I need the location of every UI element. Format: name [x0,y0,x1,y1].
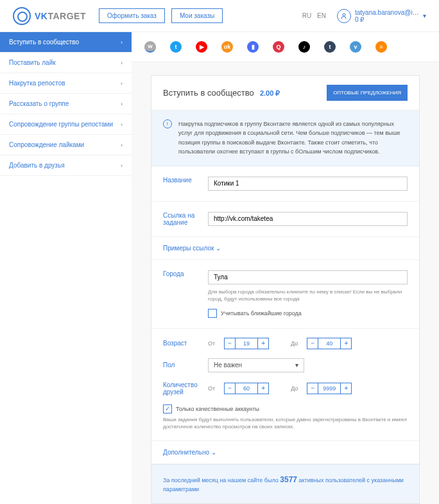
vimeo-icon[interactable]: v [350,41,361,53]
minus-button[interactable]: − [307,338,318,349]
social-tabs: w t ▶ ok ▮ Q ♪ t v ≡ [132,32,439,62]
city-hint: Для выбора города обязательно кликните п… [208,288,408,302]
mobile-icon[interactable]: ▮ [247,41,259,53]
gender-value: Не важен [214,361,242,369]
order-form-card: Вступить в сообщество 2.00 ₽ ОПТОВЫЕ ПРЕ… [151,75,420,504]
soundcloud-icon[interactable]: ≡ [375,41,387,53]
friends-label: Количество друзей [163,381,199,395]
sidebar-item-tell-about[interactable]: Рассказать о группе› [0,94,132,114]
chevron-right-icon: › [121,162,123,169]
logo-text-2: TARGET [47,11,86,21]
logo[interactable]: VKTARGET [13,7,86,25]
quora-icon[interactable]: Q [273,41,284,53]
sidebar-item-group-likes[interactable]: Сопровождение лайками› [0,135,132,155]
info-icon: i [163,119,172,128]
sidebar: Вступить в сообщество› Поставить лайк› Н… [0,32,132,504]
sidebar-item-label: Сопровождение группы репостами [9,121,113,128]
from-label: От [208,340,215,347]
tumblr-icon[interactable]: t [324,41,336,53]
sidebar-item-label: Поставить лайк [9,59,56,66]
chevron-down-icon: ⌄ [216,245,221,252]
chevron-right-icon: › [121,60,123,66]
quality-hint: Ваши задания будут выполнять пользовател… [163,416,408,430]
city-input[interactable] [208,270,408,284]
plus-button[interactable]: + [340,338,352,349]
header: VKTARGET Оформить заказ Мои заказы RU EN… [0,0,439,32]
info-text: Накрутка подписчиков в группу Вконтакте … [178,119,408,157]
sidebar-item-label: Накрутка репостов [9,80,65,87]
sidebar-item-label: Вступить в сообщество [9,39,79,46]
stats-footer: За последний месяц на нашем сайте было 3… [151,464,419,503]
additional-toggle[interactable]: Дополнительно ⌄ [151,441,419,464]
examples-toggle[interactable]: Примеры ссылок ⌄ [151,237,419,260]
chevron-down-icon: ▾ [295,361,298,369]
chevron-right-icon: › [121,142,123,148]
chevron-down-icon: ⌄ [211,449,216,456]
chevron-right-icon: › [121,39,123,46]
avatar-icon [337,9,351,23]
age-to-input[interactable] [318,338,340,349]
age-from-stepper: − + [224,338,269,349]
plus-button[interactable]: + [340,383,352,394]
gender-label: Пол [163,361,199,369]
link-label: Ссылка на задание [163,212,199,226]
chevron-right-icon: › [121,80,123,87]
age-label: Возраст [163,340,199,347]
from-label: От [208,385,215,392]
quality-checkbox[interactable]: ✓ [163,404,172,413]
user-menu[interactable]: tatyana.baranova@ing... 0 ₽ ▾ [337,9,426,23]
vk-icon[interactable]: w [144,41,156,53]
name-input[interactable] [208,177,408,191]
stats-text-1: За последний месяц на нашем сайте было [163,477,280,483]
friends-from-stepper: − + [224,383,269,394]
user-name: tatyana.baranova@ing... [355,9,419,16]
tiktok-icon[interactable]: ♪ [298,41,310,53]
user-balance: 0 ₽ [355,16,419,23]
lang-en[interactable]: EN [317,12,326,19]
wholesale-button[interactable]: ОПТОВЫЕ ПРЕДЛОЖЕНИЯ [327,85,408,101]
examples-label: Примеры ссылок [163,245,214,252]
sidebar-item-like[interactable]: Поставить лайк› [0,53,132,73]
logo-text-1: VK [35,11,47,21]
link-input[interactable] [208,212,408,226]
sidebar-item-join-community[interactable]: Вступить в сообщество› [0,32,132,53]
twitter-icon[interactable]: t [170,41,182,53]
friends-to-input[interactable] [318,383,340,394]
card-title: Вступить в сообщество [163,88,254,98]
sidebar-item-label: Рассказать о группе [9,100,69,107]
gender-select[interactable]: Не важен ▾ [208,358,304,372]
plus-button[interactable]: + [257,383,269,394]
info-box: i Накрутка подписчиков в группу Вконтакт… [151,110,419,166]
sidebar-item-label: Сопровождение лайками [9,141,84,148]
ok-icon[interactable]: ok [221,41,233,53]
sidebar-item-add-friends[interactable]: Добавить в друзья› [0,155,132,176]
to-label: До [291,385,298,392]
nearby-label: Учитывать ближайшие города [221,310,302,317]
chevron-down-icon: ▾ [423,12,426,19]
svg-point-0 [343,13,345,16]
quality-label: Только качественные аккаунты [176,406,259,412]
my-orders-button[interactable]: Мои заказы [171,8,223,23]
language-switch: RU EN [300,12,328,19]
youtube-icon[interactable]: ▶ [196,41,207,53]
age-from-input[interactable] [236,338,257,349]
lang-ru[interactable]: RU [302,12,311,19]
plus-button[interactable]: + [257,338,269,349]
sidebar-item-label: Добавить в друзья [9,162,65,169]
additional-label: Дополнительно [163,449,209,456]
sidebar-item-reposts[interactable]: Накрутка репостов› [0,73,132,94]
minus-button[interactable]: − [224,383,236,394]
sidebar-item-group-reposts[interactable]: Сопровождение группы репостами› [0,114,132,135]
minus-button[interactable]: − [224,338,236,349]
nearby-checkbox[interactable] [208,309,217,318]
stats-number: 3577 [280,475,297,484]
logo-icon [13,7,31,25]
minus-button[interactable]: − [307,383,318,394]
create-order-button[interactable]: Оформить заказ [99,8,165,23]
chevron-right-icon: › [121,101,123,107]
name-label: Название [163,177,199,184]
friends-to-stepper: − + [307,383,352,394]
friends-from-input[interactable] [236,383,257,394]
to-label: До [291,340,298,347]
age-to-stepper: − + [307,338,352,349]
